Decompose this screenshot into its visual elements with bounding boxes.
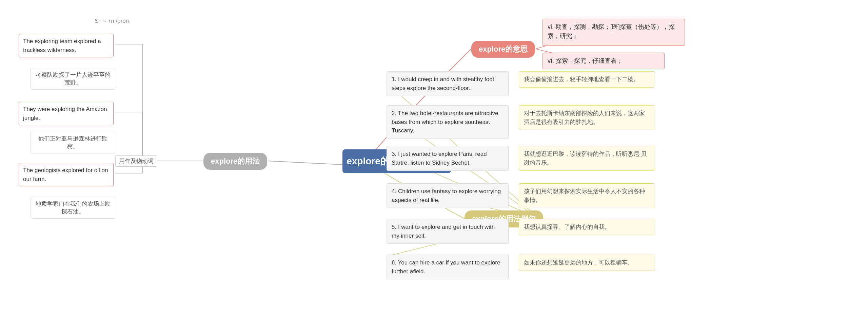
- meaning-label-node: explore的意思: [479, 45, 528, 53]
- left-cn-3: 地质学家们在我们的农场上勘探石油。: [31, 197, 115, 219]
- example-en-2: 2. The two hotel-restaurants are attract…: [387, 105, 509, 139]
- example-cn-6: 如果你还想逛逛更远的地方，可以租辆车.: [519, 255, 654, 271]
- example-cn-3: 我就想逛逛巴黎，读读萨特的作品，听听悉尼·贝谢的音乐。: [519, 146, 654, 171]
- meaning-box-2: vt. 探索，探究，仔细查看；: [542, 53, 665, 69]
- left-en-3: The geologists explored for oil on our f…: [19, 163, 114, 186]
- usage-type-label: 用作及物动词: [115, 155, 157, 167]
- usage-node: explore的用法: [203, 153, 267, 170]
- example-en-6: 6. You can hire a car if you want to exp…: [387, 255, 509, 279]
- example-en-1: 1. I would creep in and with stealthy fo…: [387, 71, 509, 96]
- example-cn-2: 对于去托斯卡纳东南部探险的人们来说，这两家酒店是很有吸引力的驻扎地。: [519, 105, 654, 130]
- grammar-label: S+～+n./pron.: [63, 17, 131, 25]
- example-cn-5: 我想认真探寻、了解内心的自我。: [519, 219, 654, 235]
- left-en-2: They were exploring the Amazon jungle.: [19, 102, 114, 125]
- example-cn-4: 孩子们用幻想来探索实际生活中令人不安的各种事情。: [519, 183, 654, 208]
- example-en-4: 4. Children use fantasy to explore worry…: [387, 183, 509, 208]
- svg-line-0: [268, 161, 342, 165]
- example-en-3: 3. I just wanted to explore Paris, read …: [387, 146, 509, 171]
- meaning-node: explore的意思: [471, 41, 535, 58]
- example-en-5: 5. I want to explore and get in touch wi…: [387, 219, 509, 244]
- left-en-1: The exploring team explored a trackless …: [19, 34, 114, 57]
- meaning-box-1: vi. 勘查，探测，勘探；[医]探查（伤处等），探索，研究；: [542, 19, 685, 46]
- left-cn-2: 他们正对亚马逊森林进行勘察。: [31, 132, 115, 153]
- left-cn-1: 考察队勘探了一片人迹罕至的荒野。: [31, 68, 115, 90]
- usage-label-node: explore的用法: [211, 157, 260, 165]
- example-cn-1: 我会偷偷溜进去，轻手轻脚地查看一下二楼。: [519, 71, 654, 88]
